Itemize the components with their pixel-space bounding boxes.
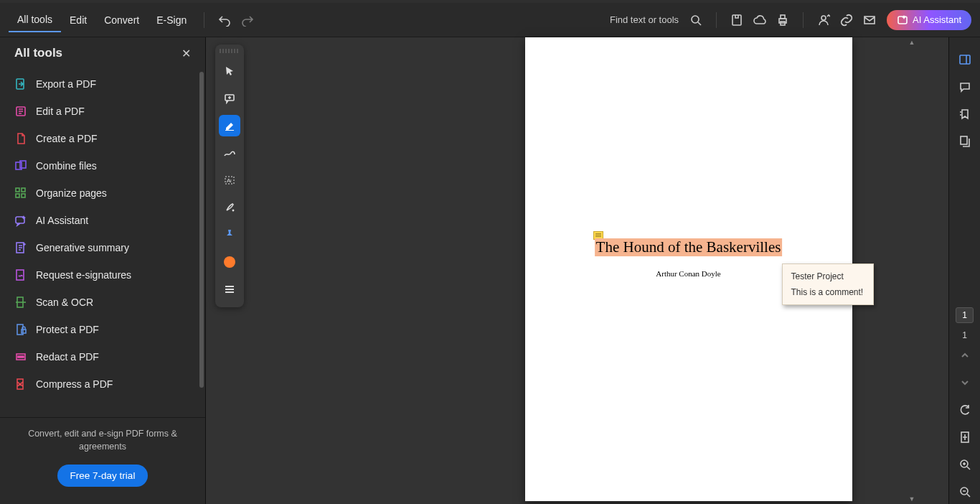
save-file-icon[interactable]: [725, 9, 748, 32]
page-up-button[interactable]: [953, 343, 977, 368]
tool-ai[interactable]: AI Assistant: [0, 207, 199, 234]
summary-icon: [14, 241, 27, 254]
protect-icon: [14, 323, 27, 336]
tool-label: Create a PDF: [36, 133, 98, 144]
close-sidebar-button[interactable]: ✕: [182, 47, 191, 60]
tool-export[interactable]: Export a PDF: [0, 70, 199, 98]
ai-assistant-label: AI Assistant: [913, 14, 961, 25]
tool-label: Export a PDF: [36, 78, 96, 90]
pin-tool[interactable]: [219, 224, 240, 246]
zoom-in-button[interactable]: [953, 452, 977, 477]
tool-label: Compress a PDF: [36, 378, 113, 390]
sidebar: All tools ✕ Export a PDFEdit a PDFCreate…: [0, 37, 206, 504]
share-people-icon[interactable]: [812, 9, 835, 32]
thumbnails-panel-icon[interactable]: [953, 129, 977, 154]
fit-page-button[interactable]: [953, 425, 977, 449]
comments-panel-icon[interactable]: [953, 75, 977, 99]
svg-rect-6: [864, 17, 875, 24]
page-total: 1: [962, 330, 967, 340]
search-icon[interactable]: [684, 9, 707, 32]
comment-body: This is a comment!: [791, 287, 864, 297]
tool-label: Edit a PDF: [36, 106, 85, 117]
color-swatch[interactable]: [219, 251, 240, 273]
comment-popup[interactable]: Tester Project This is a comment!: [782, 263, 874, 305]
more-tool[interactable]: [219, 279, 240, 300]
tab-convert[interactable]: Convert: [95, 9, 148, 32]
tab-esign[interactable]: E-Sign: [148, 9, 195, 32]
export-icon: [14, 78, 27, 90]
link-icon[interactable]: [835, 9, 858, 32]
bookmarks-panel-icon[interactable]: [953, 102, 977, 126]
svg-rect-14: [16, 194, 19, 197]
tool-label: Redact a PDF: [36, 351, 99, 363]
compress-icon: [14, 378, 27, 391]
undo-button[interactable]: [213, 9, 236, 32]
zoom-out-button[interactable]: [953, 480, 977, 504]
sidebar-footer-text: Convert, edit and e-sign PDF forms & agr…: [14, 428, 191, 453]
tool-edit[interactable]: Edit a PDF: [0, 98, 199, 125]
svg-rect-21: [22, 330, 26, 333]
sidebar-scrollbar[interactable]: [199, 69, 204, 417]
svg-rect-1: [732, 15, 741, 25]
svg-rect-3: [781, 15, 785, 19]
tool-label: AI Assistant: [36, 215, 88, 226]
right-panel-bar: 1 1: [948, 37, 980, 504]
tool-redact[interactable]: Redact a PDF: [0, 343, 199, 370]
svg-rect-30: [960, 55, 970, 64]
textbox-tool[interactable]: AI: [219, 169, 240, 191]
toolbar-grip[interactable]: [220, 49, 240, 53]
tool-label: Request e-signatures: [36, 269, 131, 281]
document-viewport: AI The Hound of the Baskervilles Arthur …: [206, 37, 948, 504]
tool-organize[interactable]: Organize pages: [0, 179, 199, 207]
svg-rect-15: [22, 194, 25, 197]
create-icon: [14, 132, 27, 145]
tab-all-tools[interactable]: All tools: [9, 8, 61, 32]
viewport-scrollbar[interactable]: ▲ ▼: [907, 37, 917, 504]
sign-icon: [14, 269, 27, 281]
tool-create[interactable]: Create a PDF: [0, 125, 199, 152]
tool-label: Protect a PDF: [36, 324, 99, 335]
draw-tool[interactable]: [219, 142, 240, 164]
document-author: Arthur Conan Doyle: [656, 269, 720, 278]
page-input[interactable]: 1: [956, 307, 974, 323]
tool-summary[interactable]: Generative summary: [0, 234, 199, 261]
tool-combine[interactable]: Combine files: [0, 152, 199, 179]
free-trial-button[interactable]: Free 7-day trial: [57, 465, 149, 487]
select-tool[interactable]: [219, 60, 240, 82]
document-title-highlighted[interactable]: The Hound of the Baskervilles: [595, 238, 783, 256]
pdf-page[interactable]: The Hound of the Baskervilles Arthur Con…: [525, 37, 852, 501]
svg-text:I: I: [230, 179, 232, 183]
sidebar-title: All tools: [14, 46, 182, 60]
sparkle-icon: [897, 14, 908, 26]
tab-edit[interactable]: Edit: [61, 9, 95, 32]
search-label: Find text or tools: [610, 14, 679, 25]
quick-toolbar: AI: [215, 45, 244, 307]
ai-assistant-button[interactable]: AI Assistant: [887, 10, 971, 30]
svg-rect-12: [16, 188, 19, 192]
tool-label: Generative summary: [36, 242, 129, 253]
redact-icon: [14, 350, 27, 363]
tool-sign[interactable]: Request e-signatures: [0, 261, 199, 289]
rotate-button[interactable]: [953, 398, 977, 422]
tool-label: Combine files: [36, 160, 97, 172]
mail-icon[interactable]: [858, 9, 881, 32]
svg-rect-31: [961, 136, 967, 144]
redo-button[interactable]: [236, 9, 259, 32]
tool-scan[interactable]: Scan & OCR: [0, 289, 199, 316]
panel-toggle-icon[interactable]: [953, 47, 977, 72]
tool-compress[interactable]: Compress a PDF: [0, 370, 199, 398]
page-down-button[interactable]: [953, 370, 977, 395]
svg-point-0: [692, 16, 699, 23]
comment-author: Tester Project: [791, 271, 864, 281]
topbar: All tools Edit Convert E-Sign Find text …: [0, 3, 980, 37]
cloud-icon[interactable]: [748, 9, 771, 32]
svg-rect-26: [225, 130, 234, 131]
comment-tool[interactable]: [219, 88, 240, 109]
organize-icon: [14, 187, 27, 200]
scan-icon: [14, 296, 27, 309]
highlight-tool[interactable]: [219, 115, 240, 136]
erase-tool[interactable]: [219, 197, 240, 218]
tool-label: Scan & OCR: [36, 297, 93, 308]
print-icon[interactable]: [771, 9, 794, 32]
tool-protect[interactable]: Protect a PDF: [0, 316, 199, 343]
